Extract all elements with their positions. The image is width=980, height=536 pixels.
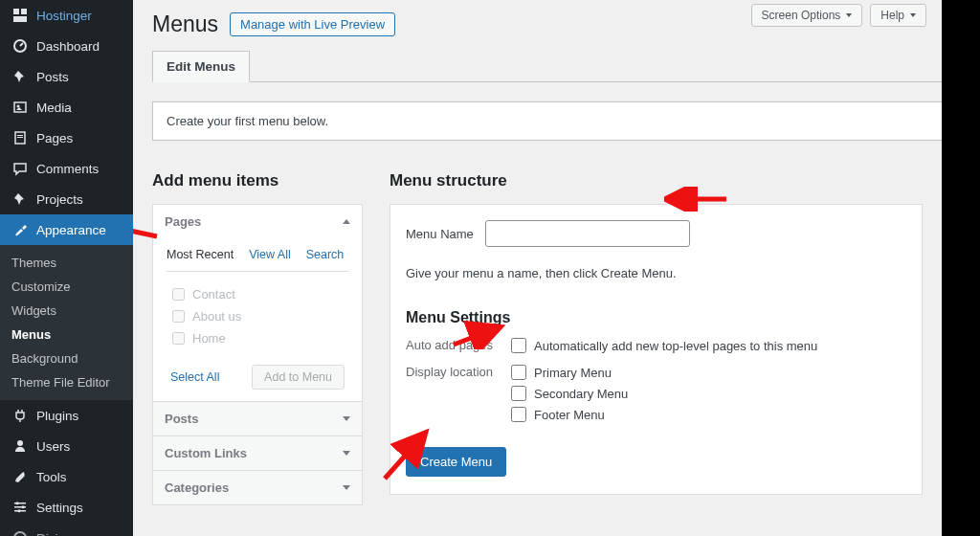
manage-live-preview-button[interactable]: Manage with Live Preview bbox=[230, 12, 395, 36]
brush-icon bbox=[11, 221, 29, 238]
help-button[interactable]: Help bbox=[870, 4, 926, 27]
wrench-icon bbox=[11, 468, 29, 485]
admin-sidebar: Hostinger Dashboard Posts Media Pages Co… bbox=[0, 0, 133, 536]
sidebar-sub-background[interactable]: Background bbox=[0, 346, 133, 370]
sidebar-item-label: Dashboard bbox=[36, 39, 100, 54]
menu-name-label: Menu Name bbox=[406, 227, 474, 241]
accordion-label: Posts bbox=[165, 412, 198, 426]
tab-edit-menus[interactable]: Edit Menus bbox=[152, 51, 250, 82]
page-label: Home bbox=[192, 331, 226, 346]
pages-tab-view-all[interactable]: View All bbox=[249, 248, 291, 261]
accordion-posts[interactable]: Posts bbox=[153, 401, 362, 436]
sidebar-appearance-submenu: Themes Customize Widgets Menus Backgroun… bbox=[0, 245, 133, 400]
sidebar-item-projects[interactable]: Projects bbox=[0, 184, 133, 214]
first-menu-notice: Create your first menu below. bbox=[152, 101, 961, 141]
sidebar-item-posts[interactable]: Posts bbox=[0, 61, 133, 92]
page-checkbox[interactable] bbox=[172, 310, 185, 323]
chevron-down-icon bbox=[343, 416, 350, 421]
location-checkbox[interactable] bbox=[511, 365, 526, 380]
sidebar-item-label: Comments bbox=[36, 162, 99, 176]
sidebar-item-tools[interactable]: Tools bbox=[0, 461, 133, 492]
menus-tabs: Edit Menus bbox=[152, 51, 961, 82]
pin-icon bbox=[11, 68, 29, 85]
accordion-pages-body: Most Recent View All Search Contact bbox=[153, 238, 362, 401]
menu-structure-box: Menu Name Give your menu a name, then cl… bbox=[390, 204, 923, 495]
sidebar-item-hostinger[interactable]: Hostinger bbox=[0, 0, 133, 31]
svg-point-16 bbox=[14, 532, 26, 536]
accordion-categories[interactable]: Categories bbox=[153, 470, 362, 504]
menu-structure-heading: Menu structure bbox=[390, 171, 923, 190]
auto-add-checkbox[interactable] bbox=[511, 338, 526, 353]
page-item-contact[interactable]: Contact bbox=[172, 283, 343, 305]
page-checkbox[interactable] bbox=[172, 288, 185, 301]
main-content: Screen Options Help Menus Manage with Li… bbox=[133, 0, 980, 536]
page-checkbox[interactable] bbox=[172, 332, 185, 345]
sidebar-item-label: Settings bbox=[36, 501, 83, 515]
location-checkbox[interactable] bbox=[511, 407, 526, 422]
pages-tab-most-recent[interactable]: Most Recent bbox=[167, 248, 234, 261]
sidebar-item-pages[interactable]: Pages bbox=[0, 123, 133, 153]
sidebar-item-dashboard[interactable]: Dashboard bbox=[0, 31, 133, 61]
sidebar-sub-menus[interactable]: Menus bbox=[0, 323, 133, 346]
sidebar-sub-themes[interactable]: Themes bbox=[0, 251, 133, 275]
location-primary-menu[interactable]: Primary Menu bbox=[511, 365, 628, 380]
menu-settings-heading: Menu Settings bbox=[406, 309, 906, 326]
sidebar-item-label: Plugins bbox=[36, 409, 78, 423]
sidebar-item-label: Hostinger bbox=[36, 9, 92, 23]
sidebar-item-divi[interactable]: Divi bbox=[0, 523, 133, 536]
pages-tab-search[interactable]: Search bbox=[306, 248, 345, 261]
location-text: Secondary Menu bbox=[534, 387, 628, 401]
sidebar-item-label: Users bbox=[36, 439, 70, 454]
location-footer-menu[interactable]: Footer Menu bbox=[511, 407, 628, 422]
svg-rect-2 bbox=[13, 16, 27, 22]
sidebar-item-plugins[interactable]: Plugins bbox=[0, 400, 133, 431]
menu-structure-column: Menu structure Menu Name Give your menu … bbox=[390, 171, 961, 505]
sidebar-item-users[interactable]: Users bbox=[0, 431, 133, 461]
chevron-down-icon bbox=[343, 451, 350, 456]
sidebar-sub-theme-editor[interactable]: Theme File Editor bbox=[0, 370, 133, 394]
svg-rect-4 bbox=[14, 102, 26, 112]
page-item-home[interactable]: Home bbox=[172, 327, 343, 349]
screen-options-label: Screen Options bbox=[762, 9, 841, 22]
chevron-down-icon bbox=[910, 13, 916, 17]
screen-options-button[interactable]: Screen Options bbox=[751, 4, 863, 27]
auto-add-pages-option[interactable]: Automatically add new top-level pages to… bbox=[511, 338, 817, 353]
user-icon bbox=[11, 437, 29, 455]
plug-icon bbox=[11, 407, 29, 424]
select-all-link[interactable]: Select All bbox=[170, 370, 219, 384]
svg-point-13 bbox=[16, 502, 19, 504]
media-icon bbox=[11, 99, 29, 116]
location-checkbox[interactable] bbox=[511, 386, 526, 401]
sidebar-item-comments[interactable]: Comments bbox=[0, 153, 133, 184]
sidebar-sub-widgets[interactable]: Widgets bbox=[0, 299, 133, 323]
sidebar-item-label: Tools bbox=[36, 470, 67, 484]
auto-add-text: Automatically add new top-level pages to… bbox=[534, 339, 817, 353]
hostinger-icon bbox=[11, 7, 29, 24]
create-menu-button[interactable]: Create Menu bbox=[406, 447, 506, 477]
sidebar-sub-customize[interactable]: Customize bbox=[0, 275, 133, 299]
add-to-menu-button[interactable]: Add to Menu bbox=[252, 365, 345, 390]
chevron-down-icon bbox=[846, 13, 852, 17]
dashboard-icon bbox=[11, 37, 29, 55]
accordion-pages[interactable]: Pages bbox=[153, 205, 362, 238]
accordion-label: Pages bbox=[165, 214, 201, 229]
display-location-label: Display location bbox=[406, 365, 494, 379]
svg-point-14 bbox=[22, 505, 25, 508]
viewport-black-edge bbox=[942, 0, 980, 536]
sidebar-item-settings[interactable]: Settings bbox=[0, 492, 133, 523]
location-secondary-menu[interactable]: Secondary Menu bbox=[511, 386, 628, 401]
location-text: Primary Menu bbox=[534, 366, 612, 380]
chevron-down-icon bbox=[343, 485, 350, 490]
page-item-about-us[interactable]: About us bbox=[172, 305, 343, 327]
page-label: About us bbox=[192, 309, 241, 324]
add-menu-items-column: Add menu items Pages Most Recent View Al… bbox=[152, 171, 363, 505]
sidebar-item-label: Appearance bbox=[36, 223, 106, 237]
menu-name-input[interactable] bbox=[485, 220, 690, 247]
sidebar-item-label: Posts bbox=[36, 70, 69, 84]
accordion-label: Custom Links bbox=[165, 446, 247, 460]
sidebar-item-media[interactable]: Media bbox=[0, 92, 133, 123]
accordion-custom-links[interactable]: Custom Links bbox=[153, 436, 362, 470]
page-title: Menus bbox=[152, 11, 218, 37]
sidebar-item-appearance[interactable]: Appearance bbox=[0, 214, 133, 245]
svg-rect-8 bbox=[17, 137, 23, 138]
